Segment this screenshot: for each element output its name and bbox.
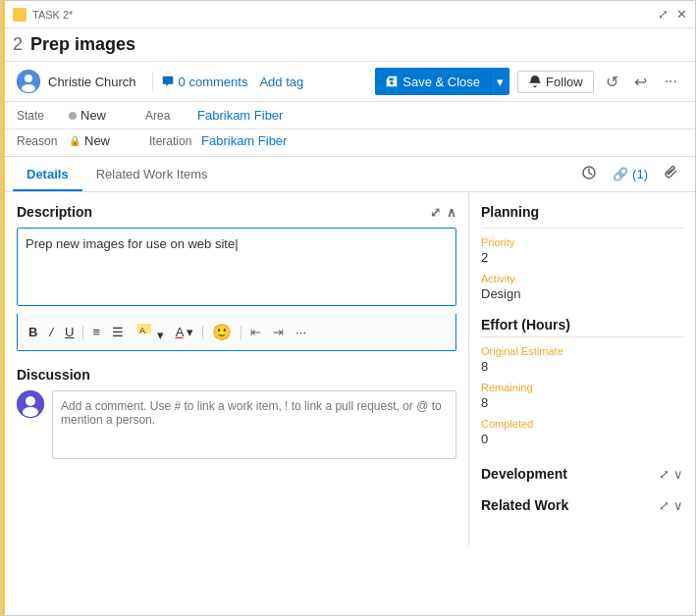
title-bar-task-label: TASK 2* (32, 9, 73, 21)
state-value[interactable]: New (80, 108, 106, 123)
state-label: State (17, 109, 61, 123)
related-work-section: Related Work ⤢ ∨ (481, 493, 683, 517)
attach-icon[interactable] (656, 157, 687, 191)
lock-icon: 🔒 (69, 135, 80, 146)
priority-value[interactable]: 2 (481, 250, 683, 265)
save-close-label: Save & Close (402, 75, 480, 89)
description-title: Description (17, 204, 92, 220)
tab-related-work-items[interactable]: Related Work Items (82, 159, 222, 191)
iteration-value[interactable]: Fabrikam Fiber (201, 133, 287, 148)
activity-label: Activity (481, 273, 683, 284)
editor-toolbar: B / U ≡ ☰ A ▾ A ▾ 🙂 (17, 314, 456, 351)
discussion-section: Discussion (17, 367, 456, 459)
svg-point-7 (26, 396, 35, 406)
related-work-title: Related Work (481, 497, 568, 513)
area-value[interactable]: Fabrikam Fiber (197, 108, 283, 123)
close-icon[interactable]: ✕ (676, 7, 687, 22)
comments-count: 0 comments (179, 75, 248, 89)
planning-section: Planning Priority 2 Activity Design (481, 204, 683, 301)
follow-label: Follow (546, 75, 583, 89)
fields-row-1: State New Area Fabrikam Fiber (5, 102, 695, 129)
development-header[interactable]: Development ⤢ ∨ (481, 462, 683, 486)
user-name[interactable]: Christie Church (48, 75, 136, 89)
svg-point-1 (25, 75, 32, 82)
work-item-header: 2 Prep images (5, 28, 695, 62)
link-count: (1) (632, 167, 648, 181)
work-item-title[interactable]: Prep images (30, 34, 135, 55)
development-expand-icon[interactable]: ⤢ (659, 467, 669, 482)
completed-label: Completed (481, 418, 683, 430)
discussion-input-area (17, 390, 456, 459)
effort-section: Effort (Hours) Original Estimate 8 Remai… (481, 317, 683, 446)
svg-text:A: A (139, 326, 145, 335)
task-icon (13, 8, 27, 22)
underline-button[interactable]: U (62, 323, 77, 341)
expand-icon[interactable]: ⤢ (658, 7, 669, 22)
toolbar-separator (152, 72, 153, 91)
discussion-textarea[interactable] (52, 390, 456, 459)
add-tag-button[interactable]: Add tag (259, 75, 303, 89)
original-estimate-label: Original Estimate (481, 345, 683, 357)
content-area: Description ⤢ ∧ Prep new images for use … (5, 192, 695, 545)
editor-more-button[interactable]: ··· (293, 323, 309, 341)
task-color-bar (1, 1, 5, 615)
comments-button[interactable]: 0 comments (161, 75, 248, 89)
related-work-chevron-icon[interactable]: ∨ (673, 498, 683, 513)
state-dot (69, 112, 77, 120)
area-label: Area (145, 109, 189, 123)
right-panel: Planning Priority 2 Activity Design Effo… (469, 192, 695, 545)
original-estimate-value[interactable]: 8 (481, 359, 683, 374)
indent-left-button[interactable]: ⇤ (247, 323, 264, 341)
emoji-button[interactable]: 🙂 (209, 321, 235, 343)
follow-button[interactable]: Follow (517, 71, 594, 93)
development-chevron-icon[interactable]: ∨ (673, 467, 683, 482)
font-color-button[interactable]: A ▾ (173, 323, 197, 341)
description-content: Prep new images for use on web site| (26, 236, 239, 251)
remaining-value[interactable]: 8 (481, 395, 683, 410)
align-button[interactable]: ≡ (89, 323, 103, 341)
planning-title: Planning (481, 204, 539, 220)
development-title: Development (481, 466, 567, 482)
completed-value[interactable]: 0 (481, 432, 683, 446)
discussion-avatar (17, 390, 44, 418)
effort-title: Effort (Hours) (481, 317, 683, 333)
work-item-number: 2 (13, 34, 23, 55)
undo-button[interactable]: ↩ (630, 71, 651, 93)
svg-point-8 (23, 407, 38, 417)
reason-label: Reason (17, 134, 61, 148)
more-button[interactable]: ··· (659, 71, 683, 92)
save-close-dropdown[interactable]: ▾ (490, 68, 509, 95)
italic-button[interactable]: / (46, 323, 56, 341)
iteration-label: Iteration (149, 134, 193, 148)
related-work-header[interactable]: Related Work ⤢ ∨ (481, 493, 683, 517)
priority-label: Priority (481, 236, 683, 248)
refresh-button[interactable]: ↺ (602, 71, 622, 93)
svg-point-2 (22, 84, 35, 92)
description-collapse-icon[interactable]: ∧ (447, 205, 456, 220)
avatar (17, 70, 40, 93)
bold-button[interactable]: B (26, 323, 40, 341)
development-section: Development ⤢ ∨ (481, 462, 683, 486)
toolbar: Christie Church 0 comments Add tag Save … (5, 62, 695, 102)
description-section: Description ⤢ ∧ Prep new images for use … (17, 204, 456, 351)
title-bar: TASK 2* ⤢ ✕ (5, 1, 695, 28)
history-icon[interactable] (573, 157, 605, 191)
reason-value[interactable]: New (84, 133, 110, 148)
indent-right-button[interactable]: ⇥ (270, 323, 287, 341)
save-close-button[interactable]: Save & Close ▾ (375, 68, 509, 95)
left-panel: Description ⤢ ∧ Prep new images for use … (5, 192, 469, 545)
tabs-bar: Details Related Work Items 🔗 (1) (5, 157, 695, 192)
activity-value[interactable]: Design (481, 286, 683, 301)
discussion-title: Discussion (17, 367, 90, 383)
link-tab-icon[interactable]: 🔗 (1) (605, 159, 656, 189)
fields-row-2: Reason 🔒 New Iteration Fabrikam Fiber (5, 129, 695, 157)
tab-details[interactable]: Details (13, 159, 82, 191)
list-button[interactable]: ☰ (109, 323, 127, 341)
description-expand-icon[interactable]: ⤢ (430, 205, 441, 220)
highlight-button[interactable]: A ▾ (133, 320, 167, 344)
remaining-label: Remaining (481, 382, 683, 393)
related-work-expand-icon[interactable]: ⤢ (659, 498, 669, 513)
description-editor[interactable]: Prep new images for use on web site| (17, 228, 456, 306)
